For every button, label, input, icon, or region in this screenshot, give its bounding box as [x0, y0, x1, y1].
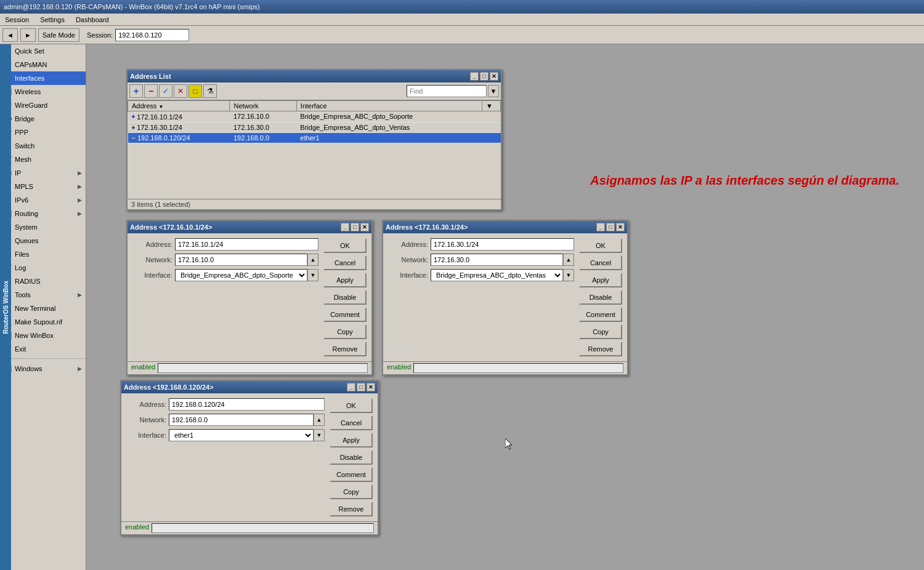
dialog2-cancel-button[interactable]: Cancel: [579, 255, 622, 270]
dialog1-ok-button[interactable]: OK: [323, 238, 367, 253]
dialog1-comment-button[interactable]: Comment: [323, 307, 367, 322]
dialog2-ok-button[interactable]: OK: [579, 238, 622, 253]
dialog3-buttons: OK Cancel Apply Disable Comment Copy Rem…: [330, 398, 373, 516]
sidebar-item-tools[interactable]: 🔧 Tools ▶: [0, 288, 86, 302]
sidebar-item-quick-set[interactable]: ⚡ Quick Set: [0, 44, 86, 58]
sidebar-item-files[interactable]: 📁 Files: [0, 247, 86, 261]
dialog1-titlebar[interactable]: Address <172.16.10.1/24> _ □ ✕: [128, 221, 371, 233]
table-row[interactable]: + 172.16.10.1/24 172.16.10.0 Bridge_Empr…: [128, 111, 501, 122]
sidebar-item-new-terminal[interactable]: 🖥 New Terminal: [0, 302, 86, 315]
dialog2-network-btn[interactable]: ▲: [563, 254, 574, 266]
col-interface[interactable]: Interface: [296, 101, 482, 111]
sidebar-item-exit[interactable]: 🚪 Exit: [0, 342, 86, 356]
dialog2-close[interactable]: ✕: [616, 223, 625, 231]
menu-session[interactable]: Session: [2, 15, 31, 24]
sidebar-item-make-supout[interactable]: 📤 Make Supout.rif: [0, 315, 86, 329]
dialog2-minimize[interactable]: _: [596, 223, 605, 231]
dialog1-cancel-button[interactable]: Cancel: [323, 255, 367, 270]
dialog2-remove-button[interactable]: Remove: [579, 342, 622, 356]
dialog3-interface-btn[interactable]: ▼: [314, 429, 325, 441]
dialog3-network-input[interactable]: [169, 414, 314, 426]
sidebar-item-ipv6[interactable]: 6 IPv6 ▶: [0, 193, 86, 207]
dialog1-network-btn[interactable]: ▲: [307, 254, 318, 266]
maximize-button[interactable]: □: [480, 72, 488, 81]
sidebar-item-switch[interactable]: ⚙ Switch: [0, 139, 86, 153]
dialog3-close[interactable]: ✕: [367, 383, 375, 391]
dialog2-titlebar[interactable]: Address <172.16.30.1/24> _ □ ✕: [383, 221, 627, 233]
remove-button[interactable]: −: [144, 84, 158, 98]
dialog3-copy-button[interactable]: Copy: [330, 484, 373, 499]
dialog1-interface-select[interactable]: Bridge_Empresa_ABC_dpto_Soporte: [175, 269, 307, 281]
dialog2-interface-btn[interactable]: ▼: [563, 269, 574, 281]
address-list-titlebar[interactable]: Address List _ □ ✕: [128, 70, 501, 82]
sidebar-item-windows[interactable]: 🪟 Windows ▶: [0, 362, 86, 375]
dialog3-interface-select[interactable]: ether1: [169, 429, 314, 441]
safe-mode-button[interactable]: Safe Mode: [38, 28, 79, 42]
add-button[interactable]: +: [129, 84, 143, 98]
minimize-button[interactable]: _: [470, 72, 479, 81]
dialog3-remove-button[interactable]: Remove: [330, 502, 373, 516]
enable-button[interactable]: ✓: [159, 84, 172, 98]
disable-button[interactable]: ✕: [174, 84, 187, 98]
dialog2-interface-select[interactable]: Bridge_Empresa_ABC_dpto_Ventas: [431, 269, 563, 281]
sidebar-item-new-winbox[interactable]: 🪟 New WinBox: [0, 329, 86, 342]
dialog1-disable-button[interactable]: Disable: [323, 290, 367, 305]
dialog3-titlebar[interactable]: Address <192.168.0.120/24> _ □ ✕: [121, 381, 378, 393]
dialog2-network-input[interactable]: [431, 254, 563, 266]
find-arrow-button[interactable]: ▼: [488, 85, 499, 97]
forward-button[interactable]: ►: [20, 28, 36, 42]
dialog3-minimize[interactable]: _: [347, 383, 355, 391]
close-button[interactable]: ✕: [490, 72, 498, 81]
sidebar-item-queues[interactable]: 📋 Queues: [0, 234, 86, 247]
sidebar-item-log[interactable]: 📝 Log: [0, 261, 86, 275]
dialog1-network-input[interactable]: [175, 254, 307, 266]
dialog1-maximize[interactable]: □: [351, 223, 359, 231]
dialog2-address-input[interactable]: [431, 238, 574, 251]
sidebar-item-wireless[interactable]: 📶 Wireless: [0, 85, 86, 98]
col-address[interactable]: Address ▼: [128, 101, 230, 111]
dialog1-close[interactable]: ✕: [360, 223, 369, 231]
dialog3-comment-button[interactable]: Comment: [330, 467, 373, 482]
dialog1-apply-button[interactable]: Apply: [323, 273, 367, 287]
sidebar-item-mesh[interactable]: 🕸 Mesh: [0, 153, 86, 166]
sidebar-item-system[interactable]: 💻 System: [0, 220, 86, 234]
dialog1-copy-button[interactable]: Copy: [323, 324, 367, 339]
dialog2-maximize[interactable]: □: [606, 223, 615, 231]
dialog2-apply-button[interactable]: Apply: [579, 273, 622, 287]
col-network[interactable]: Network: [230, 101, 296, 111]
dialog2-copy-button[interactable]: Copy: [579, 324, 622, 339]
table-row[interactable]: + 172.16.30.1/24 172.16.30.0 Bridge_Empr…: [128, 122, 501, 133]
col-extra[interactable]: ▼: [482, 101, 501, 111]
dialog3-address-input[interactable]: [169, 398, 325, 411]
sidebar-item-bridge[interactable]: Bridge: [0, 112, 86, 126]
sidebar-item-radius[interactable]: 🔒 RADIUS: [0, 275, 86, 288]
dialog2-disable-button[interactable]: Disable: [579, 290, 622, 305]
dialog1-address-input[interactable]: [175, 238, 318, 251]
minus-icon: −: [132, 134, 136, 142]
menu-settings[interactable]: Settings: [38, 15, 67, 24]
dialog1-remove-button[interactable]: Remove: [323, 342, 367, 356]
sidebar-item-ip[interactable]: 🌐 IP ▶: [0, 166, 86, 180]
find-input[interactable]: [407, 85, 487, 97]
cursor: [505, 438, 513, 451]
filter-button[interactable]: ⚗: [203, 84, 217, 98]
dialog3-apply-button[interactable]: Apply: [330, 433, 373, 448]
sidebar-item-wireguard[interactable]: 🛡 WireGuard: [0, 98, 86, 112]
sidebar-item-ppp[interactable]: 🔗 PPP: [0, 126, 86, 139]
sidebar-item-routing[interactable]: 🔀 Routing ▶: [0, 207, 86, 220]
dialog3-maximize[interactable]: □: [357, 383, 365, 391]
dialog3-disable-button[interactable]: Disable: [330, 450, 373, 465]
dialog3-cancel-button[interactable]: Cancel: [330, 415, 373, 430]
dialog2-comment-button[interactable]: Comment: [579, 307, 622, 322]
sidebar-item-capsman[interactable]: 📡 CAPsMAN: [0, 58, 86, 71]
dialog3-network-btn[interactable]: ▲: [314, 414, 325, 426]
sidebar-item-mpls[interactable]: 📊 MPLS ▶: [0, 180, 86, 193]
back-button[interactable]: ◄: [2, 28, 18, 42]
dialog3-ok-button[interactable]: OK: [330, 398, 373, 413]
copy-button[interactable]: □: [188, 84, 202, 98]
sidebar-item-interfaces[interactable]: 🔌 Interfaces: [0, 71, 86, 85]
dialog1-minimize[interactable]: _: [341, 223, 349, 231]
table-row[interactable]: − 192.168.0.120/24 192.168.0.0 ether1: [128, 133, 501, 143]
menu-dashboard[interactable]: Dashboard: [73, 15, 111, 24]
dialog1-interface-btn[interactable]: ▼: [307, 269, 318, 281]
